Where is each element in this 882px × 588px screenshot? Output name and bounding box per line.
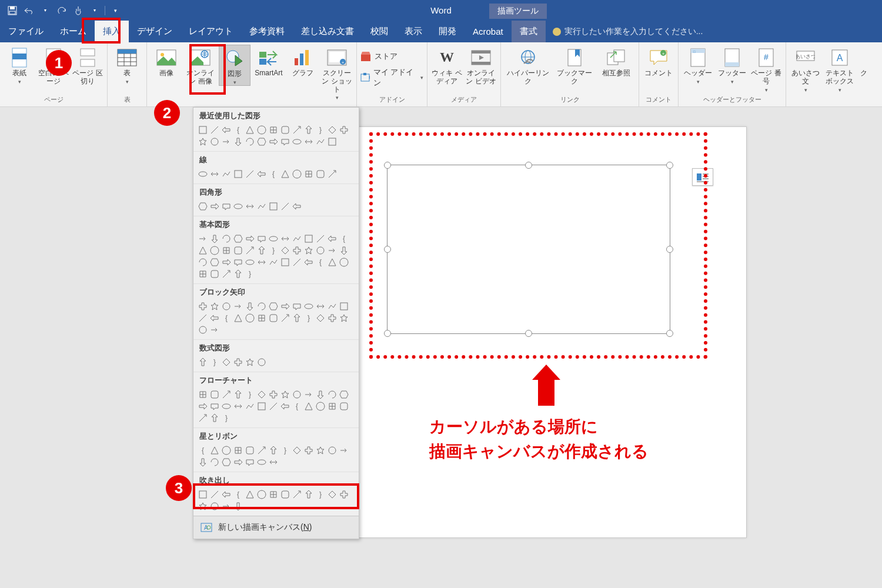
tab-file[interactable]: ファイル xyxy=(0,21,52,42)
shape-option[interactable] xyxy=(197,400,209,412)
picture-button[interactable]: 画像 xyxy=(151,45,182,78)
tell-me[interactable]: 実行したい作業を入力してください... xyxy=(553,26,703,37)
shape-option[interactable] xyxy=(326,245,338,256)
shape-option[interactable] xyxy=(315,233,326,245)
shape-option[interactable] xyxy=(291,489,303,500)
shape-option[interactable] xyxy=(209,268,220,280)
shape-option[interactable] xyxy=(197,412,209,424)
page-break-button[interactable]: ページ 区切り xyxy=(72,45,103,86)
shape-option[interactable] xyxy=(326,168,338,180)
shape-option[interactable] xyxy=(303,245,315,256)
shape-option[interactable] xyxy=(279,312,291,324)
shape-option[interactable] xyxy=(315,168,326,180)
header-button[interactable]: □ヘッダー xyxy=(682,45,714,85)
shape-option[interactable] xyxy=(197,268,209,280)
shape-option[interactable] xyxy=(244,168,256,180)
shape-option[interactable] xyxy=(303,136,315,148)
shape-option[interactable] xyxy=(256,245,268,256)
online-picture-button[interactable]: オンライン 画像 xyxy=(185,45,216,86)
shape-option[interactable] xyxy=(326,136,338,148)
shape-option[interactable] xyxy=(303,233,315,245)
shape-option[interactable] xyxy=(256,489,268,500)
shape-option[interactable] xyxy=(338,445,350,456)
tab-acrobat[interactable]: Acrobat xyxy=(465,21,512,42)
shape-option[interactable] xyxy=(315,445,326,456)
shape-option[interactable] xyxy=(291,245,303,256)
my-addins-button[interactable]: マイ アドイン▾ xyxy=(360,69,423,86)
shape-option[interactable] xyxy=(256,312,268,324)
shape-option[interactable] xyxy=(291,168,303,180)
tab-design[interactable]: デザイン xyxy=(129,21,181,42)
shape-option[interactable]: } xyxy=(244,268,256,280)
shape-option[interactable] xyxy=(291,445,303,456)
bookmark-button[interactable]: ブックマーク xyxy=(554,45,595,86)
shape-option[interactable] xyxy=(303,300,315,312)
shape-option[interactable] xyxy=(338,389,350,400)
touch-mode-icon[interactable] xyxy=(72,4,85,17)
shape-option[interactable] xyxy=(244,400,256,412)
shape-option[interactable] xyxy=(256,445,268,456)
shape-option[interactable] xyxy=(268,136,279,148)
shape-option[interactable] xyxy=(220,456,232,468)
shape-option[interactable] xyxy=(256,124,268,136)
shape-option[interactable] xyxy=(303,256,315,268)
shape-option[interactable] xyxy=(220,245,232,256)
shape-option[interactable] xyxy=(220,445,232,456)
shape-option[interactable] xyxy=(209,124,220,136)
more-text-button[interactable]: ク xyxy=(858,45,870,78)
shape-option[interactable]: } xyxy=(209,356,220,368)
shape-option[interactable] xyxy=(291,312,303,324)
shape-option[interactable] xyxy=(209,489,220,500)
shape-option[interactable] xyxy=(244,489,256,500)
shape-option[interactable]: { xyxy=(220,312,232,324)
shape-option[interactable] xyxy=(315,300,326,312)
shape-option[interactable] xyxy=(326,400,338,412)
shape-option[interactable] xyxy=(279,489,291,500)
shape-option[interactable] xyxy=(232,456,244,468)
shape-option[interactable]: { xyxy=(232,124,244,136)
shape-option[interactable] xyxy=(197,500,209,512)
tab-developer[interactable]: 開発 xyxy=(430,21,465,42)
shape-option[interactable]: { xyxy=(232,489,244,500)
shape-option[interactable] xyxy=(197,245,209,256)
comment-button[interactable]: +コメント xyxy=(643,45,674,78)
textbox-button[interactable]: Aテキスト ボックス xyxy=(824,45,856,93)
shape-option[interactable] xyxy=(291,233,303,245)
shape-option[interactable] xyxy=(244,124,256,136)
hyperlink-button[interactable]: ハイパーリンク xyxy=(505,45,552,86)
shape-option[interactable] xyxy=(315,389,326,400)
shape-option[interactable] xyxy=(326,233,338,245)
touch-dropdown[interactable]: ▾ xyxy=(88,4,101,17)
shape-option[interactable] xyxy=(326,312,338,324)
shape-option[interactable]: } xyxy=(268,245,279,256)
shape-option[interactable] xyxy=(326,389,338,400)
shape-option[interactable] xyxy=(209,233,220,245)
shape-option[interactable]: { xyxy=(338,233,350,245)
shape-option[interactable] xyxy=(244,312,256,324)
shape-option[interactable] xyxy=(268,389,279,400)
shape-option[interactable] xyxy=(279,245,291,256)
shape-option[interactable] xyxy=(326,445,338,456)
shape-option[interactable] xyxy=(315,400,326,412)
shape-option[interactable] xyxy=(209,500,220,512)
shape-option[interactable] xyxy=(291,136,303,148)
shape-option[interactable] xyxy=(268,400,279,412)
shape-option[interactable] xyxy=(197,201,209,212)
shape-option[interactable] xyxy=(197,489,209,500)
tab-mailings[interactable]: 差し込み文書 xyxy=(293,21,362,42)
shape-option[interactable] xyxy=(209,412,220,424)
shape-option[interactable] xyxy=(209,400,220,412)
shape-option[interactable] xyxy=(268,445,279,456)
shape-option[interactable] xyxy=(197,389,209,400)
screenshot-button[interactable]: +スクリーン ショット xyxy=(321,45,353,101)
shapes-button[interactable]: 図形 xyxy=(219,45,250,86)
shape-option[interactable] xyxy=(268,456,279,468)
shape-option[interactable] xyxy=(303,124,315,136)
shape-option[interactable] xyxy=(244,136,256,148)
shape-option[interactable] xyxy=(209,168,220,180)
undo-icon[interactable] xyxy=(22,4,35,17)
shape-option[interactable] xyxy=(338,124,350,136)
tab-references[interactable]: 参考資料 xyxy=(241,21,293,42)
shape-option[interactable] xyxy=(303,400,315,412)
qat-customize-icon[interactable]: ▾ xyxy=(109,4,122,17)
